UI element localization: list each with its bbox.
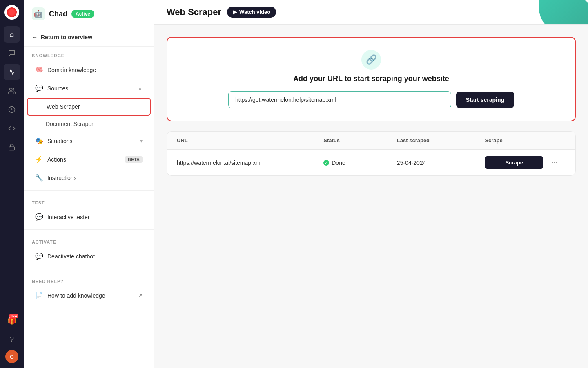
scraper-table: URL Status Last scraped Scrape https://w… [167, 131, 576, 176]
status-dot-icon: ✓ [323, 160, 329, 166]
sidebar-item-sources[interactable]: 💬 Sources ▲ [27, 79, 151, 97]
sidebar-item-actions[interactable]: ⚡ Actions BETA [27, 150, 151, 168]
deactivate-label: Deactivate chatbot [47, 253, 143, 260]
bot-icon[interactable] [4, 139, 20, 155]
doc-icon: 📄 [35, 292, 43, 299]
help-icon[interactable]: ? [4, 331, 20, 348]
col-status: Status [323, 137, 397, 144]
knowledge-section-label: KNOWLEDGE [24, 47, 154, 61]
main-header: Web Scraper ▶ Watch video [154, 0, 588, 25]
back-button[interactable]: ← Return to overview [24, 28, 154, 47]
svg-rect-2 [9, 147, 15, 150]
web-scraper-label: Web Scraper [36, 103, 142, 110]
stats-icon[interactable] [4, 101, 20, 118]
situations-label: Situations [47, 138, 136, 144]
sidebar-item-interactive-tester[interactable]: 💬 Interactive tester [27, 208, 151, 226]
brain-icon: 🧠 [35, 66, 43, 74]
watch-video-button[interactable]: ▶ Watch video [227, 7, 276, 18]
sidebar-item-deactivate[interactable]: 💬 Deactivate chatbot [27, 247, 151, 265]
situations-icon: 🎭 [35, 137, 43, 145]
tester-icon: 💬 [35, 213, 43, 221]
back-label: Return to overview [41, 34, 92, 40]
interactive-tester-label: Interactive tester [47, 214, 143, 220]
scraper-input-row: Start scraping [228, 91, 514, 108]
agent-name: Chad [49, 10, 67, 18]
activate-section-label: ACTIVATE [24, 233, 154, 247]
col-scrape: Scrape [485, 137, 543, 144]
scraper-icon-wrap: 🔗 [180, 50, 563, 70]
scrape-button[interactable]: Scrape [485, 156, 543, 169]
main-content: 🔗 Add your URL to start scraping your we… [154, 25, 588, 368]
test-section-label: TEST [24, 194, 154, 208]
main-area: Web Scraper ▶ Watch video 🔗 Add your URL… [154, 0, 588, 368]
table-header: URL Status Last scraped Scrape [167, 132, 575, 150]
table-row: https://watermelon.ai/sitemap.xml ✓ Done… [167, 150, 575, 175]
scraper-card: 🔗 Add your URL to start scraping your we… [167, 37, 576, 121]
analytics-icon[interactable] [4, 64, 20, 80]
sidebar-item-web-scraper[interactable]: Web Scraper [27, 98, 151, 116]
divider-1 [24, 190, 154, 191]
col-last-scraped: Last scraped [397, 137, 485, 144]
sidebar-item-domain-knowledge[interactable]: 🧠 Domain knowledge [27, 61, 151, 79]
watch-video-label: Watch video [239, 9, 270, 15]
divider-2 [24, 229, 154, 230]
sidebar-item-document-scraper[interactable]: Document Scraper [27, 117, 151, 131]
sidebar-header: 🤖 Chad Active [24, 0, 154, 28]
col-actions [543, 137, 566, 144]
svg-point-0 [10, 88, 12, 90]
app-logo[interactable] [4, 5, 19, 20]
url-input[interactable] [228, 91, 451, 108]
agent-icon: 🤖 [32, 7, 45, 20]
teal-decoration [539, 0, 588, 25]
new-badge: NEW [9, 314, 18, 318]
instructions-icon: 🔧 [35, 174, 43, 182]
link-icon-circle: 🔗 [361, 50, 381, 70]
row-last-scraped: 25-04-2024 [397, 159, 485, 166]
gift-icon[interactable]: 🎁 NEW [4, 312, 20, 329]
back-arrow-icon: ← [32, 34, 38, 40]
beta-badge: BETA [125, 156, 143, 163]
start-scraping-button[interactable]: Start scraping [456, 92, 514, 108]
sidebar-item-how-to-add[interactable]: 📄 How to add knowledge ↗ [27, 287, 151, 304]
agent-status-badge: Active [71, 10, 94, 18]
instructions-label: Instructions [47, 175, 143, 181]
users-icon[interactable] [4, 83, 20, 99]
sources-label: Sources [47, 85, 134, 92]
need-help-section-label: NEED HELP? [24, 272, 154, 286]
integrations-icon[interactable] [4, 120, 20, 137]
external-link-icon: ↗ [138, 293, 143, 298]
how-to-add-label: How to add knowledge [47, 292, 134, 299]
status-label: Done [332, 159, 345, 166]
sidebar-item-instructions[interactable]: 🔧 Instructions [27, 169, 151, 186]
icon-rail: ⌂ 🎁 NEW ? C [0, 0, 24, 368]
sidebar-item-situations[interactable]: 🎭 Situations ▾ [27, 132, 151, 150]
sidebar: 🤖 Chad Active ← Return to overview KNOWL… [24, 0, 154, 368]
col-url: URL [177, 137, 323, 144]
row-url: https://watermelon.ai/sitemap.xml [177, 159, 323, 166]
scraper-headline: Add your URL to start scraping your webs… [180, 74, 563, 83]
document-scraper-label: Document Scraper [46, 121, 94, 127]
page-title: Web Scraper [167, 7, 221, 18]
more-options-button[interactable]: ··· [543, 158, 566, 167]
avatar[interactable]: C [5, 350, 18, 363]
chat-icon[interactable] [4, 45, 20, 61]
deactivate-icon: 💬 [35, 252, 43, 260]
sources-arrow-icon: ▲ [138, 85, 143, 91]
actions-icon: ⚡ [35, 155, 43, 163]
actions-label: Actions [47, 156, 121, 163]
play-icon: ▶ [233, 9, 237, 15]
row-status: ✓ Done [323, 159, 397, 166]
situations-arrow-icon: ▾ [140, 138, 143, 144]
sources-icon: 💬 [35, 84, 43, 92]
divider-3 [24, 269, 154, 269]
home-icon[interactable]: ⌂ [4, 26, 20, 43]
domain-knowledge-label: Domain knowledge [47, 67, 143, 73]
